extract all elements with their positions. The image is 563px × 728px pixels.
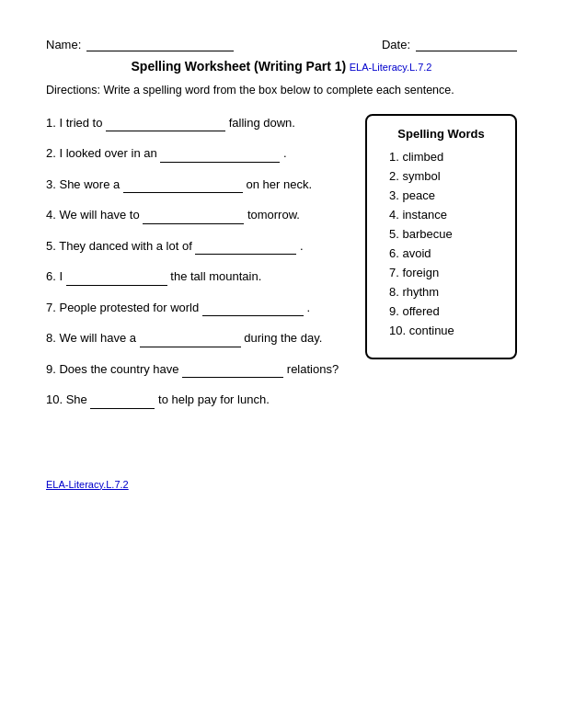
sentence-text-after: relations?	[287, 362, 339, 376]
sentence-text-after: .	[306, 301, 310, 314]
list-item: 2. symbol	[385, 169, 497, 183]
footer-standard-link[interactable]: ELA-Literacy.L.7.2	[46, 479, 129, 490]
sentence-text-before: We will have to	[59, 208, 143, 222]
sentence-text-after: .	[300, 239, 304, 253]
sentence-num: 3.	[46, 177, 59, 191]
list-item: 9. Does the country have relations?	[46, 360, 347, 379]
sentence-text-after: the tall mountain.	[170, 269, 261, 283]
answer-blank	[202, 303, 304, 316]
worksheet-title: Spelling Worksheet (Writing Part 1)	[132, 59, 347, 74]
sentence-text-before: She wore a	[59, 177, 122, 191]
sentence-num: 1.	[46, 116, 59, 130]
sentence-text-before: I tried to	[59, 116, 106, 130]
list-item: 8. We will have a during the day.	[46, 329, 347, 347]
list-item: 8. rhythm	[385, 285, 497, 299]
list-item: 6. avoid	[385, 246, 497, 260]
sentence-text-before: People protested for world	[59, 301, 201, 314]
directions-text: Directions: Write a spelling word from t…	[46, 83, 517, 99]
sentence-text-after: falling down.	[229, 116, 295, 130]
title-row: Spelling Worksheet (Writing Part 1) ELA-…	[46, 59, 517, 74]
sentence-text-before: Does the country have	[59, 362, 182, 376]
sentence-num: 4.	[46, 208, 59, 222]
list-item: 5. barbecue	[385, 227, 497, 241]
content-area: 1. I tried to falling down. 2. I looked …	[46, 114, 517, 422]
answer-blank	[143, 211, 244, 224]
sentence-text-before: They danced with a lot of	[59, 239, 195, 253]
spelling-box-title: Spelling Words	[385, 127, 497, 141]
sentences-column: 1. I tried to falling down. 2. I looked …	[46, 114, 347, 422]
list-item: 1. climbed	[385, 150, 497, 164]
list-item: 1. I tried to falling down.	[46, 114, 347, 132]
sentence-num: 8.	[46, 331, 59, 345]
list-item: 10. She to help pay for lunch.	[46, 391, 347, 409]
answer-blank	[123, 180, 243, 193]
sentence-text-before: I	[59, 269, 65, 283]
date-label: Date:	[382, 38, 410, 51]
list-item: 6. I the tall mountain.	[46, 267, 347, 286]
date-underline	[416, 37, 517, 51]
name-underline	[86, 37, 234, 51]
sentence-num: 6.	[46, 269, 59, 283]
sentence-num: 9.	[46, 362, 59, 376]
sentence-text-before: We will have a	[59, 331, 139, 345]
spelling-words-list: 1. climbed 2. symbol 3. peace 4. instanc…	[385, 150, 497, 337]
answer-blank	[90, 396, 155, 409]
sentence-text-after: on her neck.	[246, 177, 312, 191]
answer-blank	[195, 242, 296, 255]
list-item: 4. instance	[385, 208, 497, 222]
footer: ELA-Literacy.L.7.2	[46, 477, 517, 491]
answer-blank	[182, 365, 283, 378]
list-item: 7. People protested for world .	[46, 299, 347, 317]
name-label: Name:	[46, 38, 81, 51]
answer-blank	[140, 335, 241, 347]
list-item: 9. offered	[385, 304, 497, 318]
list-item: 3. peace	[385, 188, 497, 202]
date-field: Date:	[382, 37, 517, 51]
list-item: 3. She wore a on her neck.	[46, 176, 347, 194]
sentence-num: 7.	[46, 301, 59, 314]
list-item: 5. They danced with a lot of .	[46, 237, 347, 256]
answer-blank	[160, 150, 280, 163]
sentence-text-before: I looked over in an	[59, 146, 160, 160]
sentence-text-after: during the day.	[244, 331, 322, 345]
spelling-words-box: Spelling Words 1. climbed 2. symbol 3. p…	[365, 114, 517, 359]
standard-link[interactable]: ELA-Literacy.L.7.2	[350, 62, 432, 73]
sentence-text-after: .	[283, 146, 287, 160]
list-item: 4. We will have to tomorrow.	[46, 206, 347, 224]
list-item: 7. foreign	[385, 266, 497, 279]
list-item: 2. I looked over in an .	[46, 144, 347, 163]
list-item: 10. continue	[385, 324, 497, 337]
header-row: Name: Date:	[46, 37, 517, 51]
answer-blank	[106, 119, 225, 131]
sentence-num: 2.	[46, 146, 59, 160]
sentence-text-after: to help pay for lunch.	[158, 392, 270, 406]
name-field: Name:	[46, 37, 234, 51]
sentence-text-before: She	[66, 392, 91, 406]
sentence-num: 10.	[46, 392, 66, 406]
answer-blank	[66, 273, 167, 286]
sentence-num: 5.	[46, 239, 59, 253]
sentence-text-after: tomorrow.	[247, 208, 300, 222]
